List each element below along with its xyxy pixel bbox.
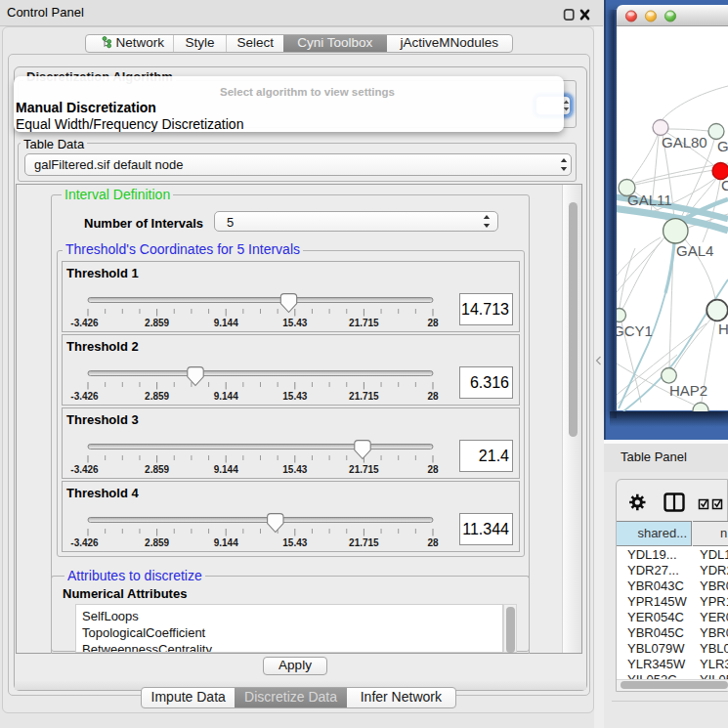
svg-text:21.715: 21.715 <box>349 464 379 475</box>
svg-text:-3.426: -3.426 <box>70 391 99 402</box>
svg-text:2.859: 2.859 <box>145 318 169 328</box>
svg-text:15.43: 15.43 <box>282 464 307 475</box>
svg-text:15.43: 15.43 <box>282 537 307 548</box>
svg-text:HAP2: HAP2 <box>669 382 707 399</box>
svg-text:28: 28 <box>427 537 439 548</box>
svg-text:2.859: 2.859 <box>145 537 169 548</box>
svg-text:-3.426: -3.426 <box>70 537 99 548</box>
svg-text:-3.426: -3.426 <box>70 318 99 328</box>
svg-text:28: 28 <box>427 464 439 475</box>
svg-text:GAL4: GAL4 <box>676 242 713 259</box>
svg-text:H: H <box>718 321 728 337</box>
svg-text:9.144: 9.144 <box>214 391 238 402</box>
svg-text:15.43: 15.43 <box>282 318 307 328</box>
svg-text:28: 28 <box>427 391 439 402</box>
svg-text:9.144: 9.144 <box>214 464 238 475</box>
svg-text:GA: GA <box>717 138 728 154</box>
svg-text:21.715: 21.715 <box>349 391 379 402</box>
svg-text:28: 28 <box>427 318 439 328</box>
svg-text:GAL80: GAL80 <box>662 134 707 150</box>
svg-text:15.43: 15.43 <box>282 391 307 402</box>
svg-text:2.859: 2.859 <box>145 464 169 475</box>
svg-text:2.859: 2.859 <box>145 391 169 402</box>
svg-text:GAL11: GAL11 <box>627 192 672 208</box>
svg-text:9.144: 9.144 <box>214 537 238 548</box>
svg-text:GCY1: GCY1 <box>617 322 653 339</box>
svg-text:C: C <box>721 177 728 193</box>
svg-text:21.715: 21.715 <box>349 537 379 548</box>
svg-text:21.715: 21.715 <box>349 318 379 328</box>
svg-text:-3.426: -3.426 <box>70 464 99 475</box>
svg-text:9.144: 9.144 <box>214 318 238 328</box>
